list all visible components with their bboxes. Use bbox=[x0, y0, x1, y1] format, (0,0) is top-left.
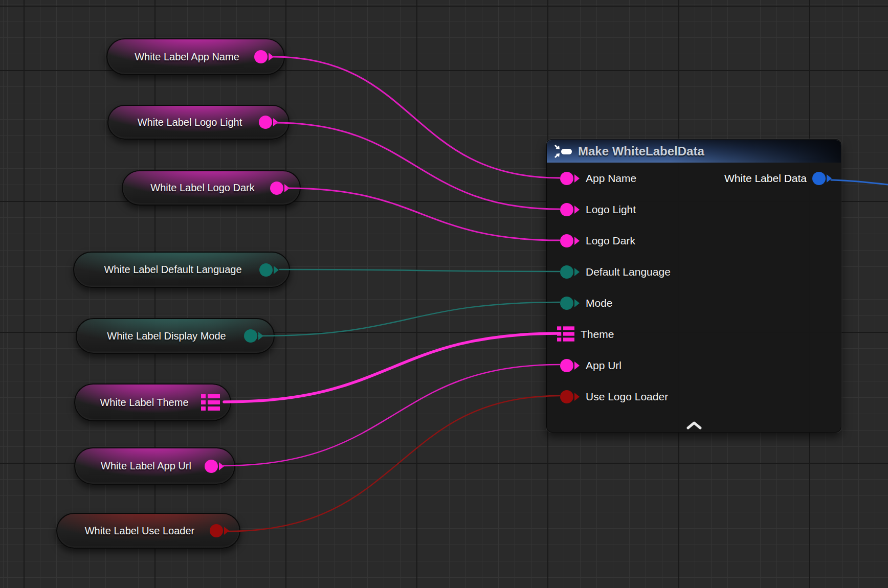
wire-app-name[interactable] bbox=[273, 57, 560, 178]
node-label: White Label Theme bbox=[75, 397, 201, 409]
pin-arrow-icon bbox=[219, 462, 224, 470]
map-pin-icon bbox=[201, 394, 220, 412]
pin-dot-icon bbox=[205, 460, 218, 473]
pin-dot-icon bbox=[259, 263, 273, 277]
string-output-pin[interactable] bbox=[254, 50, 274, 63]
wire-logo-dark[interactable] bbox=[287, 188, 560, 240]
node-white-label-logo-dark[interactable]: White Label Logo Dark bbox=[122, 170, 301, 206]
node-label: White Label App Name bbox=[107, 51, 254, 63]
pin-row-mode: Mode bbox=[547, 287, 841, 319]
node-white-label-use-loader[interactable]: White Label Use Loader bbox=[56, 513, 240, 549]
pin-label: Use Logo Loader bbox=[586, 391, 668, 403]
string-output-pin[interactable] bbox=[259, 116, 278, 129]
pin-label: Logo Light bbox=[586, 203, 636, 216]
pin-arrow-icon bbox=[274, 266, 279, 274]
pin-row-use-logo-loader: Use Logo Loader bbox=[547, 381, 841, 412]
pin-arrow-icon bbox=[574, 393, 580, 401]
node-label: White Label Use Loader bbox=[57, 525, 210, 537]
bool-output-pin[interactable] bbox=[210, 524, 229, 537]
pin-arrow-icon bbox=[284, 184, 290, 192]
string-input-pin[interactable] bbox=[560, 203, 573, 216]
pin-arrow-icon bbox=[574, 237, 580, 245]
node-title: Make WhiteLabelData bbox=[578, 144, 704, 159]
blueprint-graph-canvas[interactable]: White Label App Name White Label Logo Li… bbox=[0, 0, 888, 588]
bool-input-pin[interactable] bbox=[560, 390, 573, 403]
pin-arrow-icon bbox=[574, 299, 580, 307]
node-white-label-app-url[interactable]: White Label App Url bbox=[74, 447, 235, 485]
pin-arrow-icon bbox=[574, 361, 580, 370]
pin-row-logo-light: Logo Light bbox=[547, 194, 841, 225]
node-white-label-theme[interactable]: White Label Theme bbox=[74, 383, 231, 421]
output-pin-label: White Label Data bbox=[724, 172, 807, 185]
string-input-pin[interactable] bbox=[560, 234, 573, 247]
pin-dot-icon bbox=[254, 50, 268, 63]
collapse-chevron-icon[interactable] bbox=[685, 421, 703, 429]
pin-arrow-icon bbox=[269, 53, 274, 61]
node-white-label-app-name[interactable]: White Label App Name bbox=[106, 38, 285, 75]
pin-dot-icon bbox=[210, 524, 223, 537]
string-output-pin[interactable] bbox=[270, 182, 290, 195]
pin-dot-icon bbox=[270, 182, 283, 195]
node-white-label-logo-light[interactable]: White Label Logo Light bbox=[107, 105, 290, 140]
node-label: White Label App Url bbox=[75, 460, 205, 472]
pin-label: App Url bbox=[586, 359, 621, 372]
pin-arrow-icon bbox=[273, 118, 278, 126]
struct-output-pin[interactable] bbox=[812, 172, 826, 185]
node-white-label-display-mode[interactable]: White Label Display Mode bbox=[76, 318, 275, 354]
pin-label: Theme bbox=[581, 328, 614, 341]
wire-default-language[interactable] bbox=[280, 269, 560, 272]
pin-arrow-icon bbox=[224, 527, 229, 535]
make-struct-icon bbox=[554, 144, 572, 159]
string-input-pin[interactable] bbox=[560, 359, 573, 372]
make-node-header[interactable]: Make WhiteLabelData bbox=[547, 140, 841, 163]
node-label: White Label Logo Light bbox=[108, 117, 259, 128]
node-label: White Label Logo Dark bbox=[123, 182, 270, 194]
pin-label: Default Language bbox=[586, 266, 671, 278]
enum-output-pin[interactable] bbox=[244, 329, 263, 343]
pin-dot-icon bbox=[259, 116, 272, 129]
pin-row-theme: Theme bbox=[547, 319, 841, 350]
pin-arrow-icon bbox=[827, 174, 832, 183]
pin-arrow-icon bbox=[574, 206, 580, 214]
wire-logo-light[interactable] bbox=[275, 123, 560, 209]
pin-label: App Name bbox=[586, 172, 636, 185]
pin-label: Mode bbox=[586, 297, 613, 309]
wire-display-mode[interactable] bbox=[258, 302, 560, 336]
enum-input-pin[interactable] bbox=[560, 265, 573, 279]
node-label: White Label Display Mode bbox=[77, 330, 244, 342]
wire-use-loader[interactable] bbox=[229, 396, 560, 531]
pin-row-app-name: App Name White Label Data bbox=[547, 163, 841, 194]
pin-arrow-icon bbox=[574, 268, 580, 276]
enum-input-pin[interactable] bbox=[560, 297, 573, 310]
pin-row-logo-dark: Logo Dark bbox=[547, 225, 841, 256]
pin-arrow-icon bbox=[258, 332, 263, 340]
pin-rows: App Name White Label Data Logo Light Log… bbox=[547, 163, 841, 412]
pin-arrow-icon bbox=[574, 174, 580, 183]
map-output-pin[interactable] bbox=[201, 394, 220, 412]
node-make-whitelabeldata[interactable]: Make WhiteLabelData App Name White Label… bbox=[546, 139, 841, 433]
string-output-pin[interactable] bbox=[205, 460, 224, 473]
pin-row-output: White Label Data bbox=[724, 163, 832, 194]
pin-label: Logo Dark bbox=[586, 235, 635, 247]
map-input-pin[interactable] bbox=[557, 326, 574, 343]
node-white-label-default-language[interactable]: White Label Default Language bbox=[73, 252, 290, 288]
wire-theme[interactable] bbox=[224, 333, 560, 402]
pin-dot-icon bbox=[244, 329, 257, 343]
enum-output-pin[interactable] bbox=[259, 263, 279, 277]
node-label: White Label Default Language bbox=[74, 264, 259, 276]
pin-row-app-url: App Url bbox=[547, 350, 841, 381]
string-input-pin[interactable] bbox=[560, 172, 573, 185]
wire-app-url[interactable] bbox=[223, 365, 560, 466]
pin-row-default-language: Default Language bbox=[547, 256, 841, 287]
